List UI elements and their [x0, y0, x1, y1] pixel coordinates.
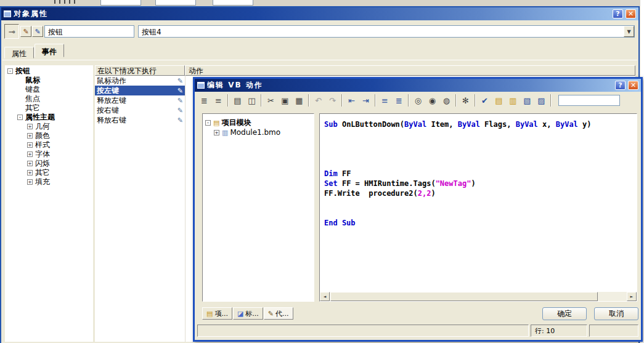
wizard-pen-button-1[interactable]: ✎ — [20, 26, 31, 37]
tab-events[interactable]: 事件 — [35, 44, 64, 57]
toolbar-combobox[interactable] — [558, 95, 620, 106]
page-setup-icon: ≣ — [201, 96, 208, 105]
print-preview-button[interactable]: ◫ — [245, 94, 259, 107]
expand-icon[interactable]: + — [27, 142, 33, 148]
syntax-check-icon: ✔ — [481, 96, 488, 105]
collapse-icon[interactable]: - — [7, 68, 13, 74]
tree-item[interactable]: +闪烁 — [5, 159, 93, 168]
project-modules-tree: -▤项目模块+▥Module1.bmo — [202, 113, 314, 302]
close-button[interactable]: ✕ — [626, 9, 636, 18]
code-line: Sub OnLButtonDown(ByVal Item, ByVal Flag… — [324, 119, 635, 129]
expand-icon[interactable]: + — [27, 133, 33, 139]
horizontal-scrollbar[interactable]: ◄ ► — [320, 292, 637, 301]
scrollbar-track[interactable] — [330, 292, 627, 301]
copy-button[interactable]: ▣ — [278, 94, 292, 107]
scroll-left-button[interactable]: ◄ — [320, 292, 330, 301]
import-action-button[interactable]: ▧ — [520, 94, 534, 107]
pin-button[interactable]: ⊸ — [4, 24, 19, 39]
export-action-button[interactable]: ▨ — [534, 94, 548, 107]
tree-item[interactable]: +颜色 — [5, 131, 93, 140]
code-segment: End Sub — [324, 219, 356, 227]
print-button[interactable]: ▤ — [230, 94, 245, 107]
action-script-icon: ✎ — [177, 97, 183, 105]
tree-item[interactable]: +字体 — [5, 150, 93, 159]
close-button[interactable]: ✕ — [628, 81, 638, 90]
tree-item[interactable]: -按钮 — [5, 67, 93, 76]
tab-code-view[interactable]: ✎代... — [264, 307, 293, 320]
column-divider — [185, 76, 185, 342]
ok-button[interactable]: 确定 — [542, 307, 587, 320]
paste-button[interactable]: ▦ — [292, 94, 306, 107]
scroll-right-button[interactable]: ► — [627, 292, 637, 301]
import-module-button[interactable]: ▥ — [506, 94, 520, 107]
tab-tags-view[interactable]: ◪标... — [233, 307, 263, 320]
code-line: FF.Write procedure2(2,2) — [324, 188, 635, 198]
tree-item[interactable]: 其它 — [5, 103, 93, 113]
background-window-strip — [0, 0, 644, 6]
syntax-check-button[interactable]: ✔ — [478, 94, 492, 107]
toolbar-separator — [341, 94, 343, 107]
find-button[interactable]: ◎ — [411, 94, 425, 107]
undo-button[interactable]: ↶ — [311, 94, 325, 107]
code-segment: Flags, — [480, 120, 516, 129]
code-segment: x, — [538, 120, 556, 129]
cancel-button[interactable]: 取消 — [594, 307, 638, 320]
toolbar-separator — [550, 94, 552, 107]
tab-tags-view-icon: ◪ — [237, 310, 243, 318]
titlebar[interactable]: 对象属性 ? ✕ — [1, 7, 638, 20]
expand-icon[interactable]: + — [27, 170, 33, 176]
tree-item[interactable]: -属性主题 — [5, 113, 93, 122]
code-editor[interactable]: Sub OnLButtonDown(ByVal Item, ByVal Flag… — [319, 113, 637, 302]
pen-icon: ✎ — [35, 28, 40, 36]
tree-item[interactable]: 焦点 — [5, 94, 93, 103]
wizard-pen-button-2[interactable]: ✎ — [32, 26, 43, 37]
help-button[interactable]: ? — [613, 9, 623, 18]
export-module-button[interactable]: ▤ — [492, 94, 506, 107]
expand-icon[interactable]: + — [27, 161, 33, 166]
tab-label: 标... — [245, 309, 259, 318]
vb-dialog-title: 编辑 VB 动作 — [207, 80, 613, 91]
module-tree-item[interactable]: -▤项目模块 — [203, 118, 314, 127]
dropdown-arrow-icon[interactable]: ▼ — [624, 26, 634, 37]
tab-properties[interactable]: 属性 — [4, 47, 34, 59]
find-replace-button[interactable]: ◍ — [439, 94, 454, 107]
import-action-icon: ▧ — [523, 96, 531, 105]
collapse-icon[interactable]: - — [17, 115, 23, 120]
code-lines: Sub OnLButtonDown(ByVal Item, ByVal Flag… — [324, 119, 635, 291]
vb-titlebar[interactable]: 编辑 VB 动作 ? ✕ — [195, 79, 641, 92]
expand-icon[interactable]: + — [27, 124, 33, 129]
tree-item[interactable]: +其它 — [5, 168, 93, 177]
expand-icon[interactable]: + — [214, 130, 219, 135]
tree-item[interactable]: +样式 — [5, 140, 93, 150]
object-type-field[interactable]: 按钮 — [44, 25, 134, 38]
toolbar-separator — [455, 94, 457, 107]
expand-icon[interactable]: + — [27, 151, 33, 157]
tree-item[interactable]: +填充 — [5, 177, 93, 187]
redo-button[interactable]: ↷ — [325, 94, 340, 107]
tree-item[interactable]: 键盘 — [5, 85, 93, 94]
cut-button[interactable]: ✂ — [264, 94, 278, 107]
column-header-action[interactable]: 动作 — [185, 65, 635, 76]
code-segment: "NewTag" — [436, 179, 471, 188]
module-tree-item[interactable]: +▥Module1.bmo — [203, 127, 314, 137]
tree-item[interactable]: 鼠标 — [5, 76, 93, 85]
column-header-trigger[interactable]: 在以下情况下执行 — [95, 65, 185, 76]
tree-item[interactable]: +几何 — [5, 122, 93, 131]
view-list-button[interactable]: ≡ — [211, 94, 226, 107]
expand-icon[interactable]: + — [27, 179, 33, 185]
status-cell — [589, 325, 638, 337]
object-select-combobox[interactable]: 按钮4 ▼ — [138, 25, 635, 38]
collapse-icon[interactable]: - — [205, 120, 211, 126]
align-left-button[interactable]: ≡ — [378, 94, 392, 107]
event-cell-trigger: 释放右键✎ — [95, 115, 185, 125]
code-segment: ) — [471, 179, 475, 188]
indent-button[interactable]: ⇥ — [359, 94, 373, 107]
tab-project-view[interactable]: ▤项... — [202, 307, 232, 320]
scrollbar-thumb[interactable] — [330, 292, 598, 301]
format-code-button[interactable]: ≣ — [392, 94, 406, 107]
help-button[interactable]: ? — [615, 81, 626, 90]
find-next-button[interactable]: ◉ — [425, 94, 439, 107]
tools-button[interactable]: ✻ — [459, 94, 473, 107]
page-setup-button[interactable]: ≣ — [197, 94, 211, 107]
outdent-button[interactable]: ⇤ — [344, 94, 359, 107]
